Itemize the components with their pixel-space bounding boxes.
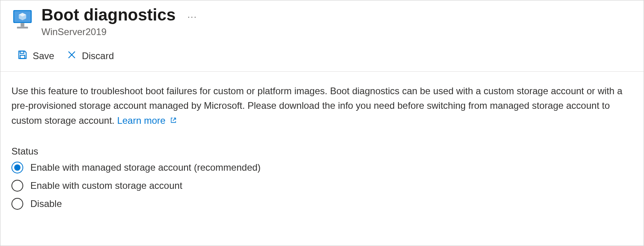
radio-indicator [11, 180, 23, 192]
radio-option-disable[interactable]: Disable [11, 198, 633, 210]
status-radio-group: Enable with managed storage account (rec… [11, 162, 633, 210]
learn-more-link[interactable]: Learn more [117, 115, 177, 126]
description-body: Use this feature to troubleshoot boot fa… [11, 86, 622, 125]
svg-line-10 [173, 118, 175, 121]
status-label: Status [11, 146, 633, 157]
save-button[interactable]: Save [17, 49, 54, 63]
svg-rect-4 [20, 23, 24, 26]
description-text: Use this feature to troubleshoot boot fa… [11, 84, 626, 128]
resource-name: WinServer2019 [41, 26, 197, 37]
boot-diagnostics-panel: Boot diagnostics ··· WinServer2019 Save [0, 0, 644, 246]
discard-label: Discard [82, 50, 114, 62]
radio-dot [14, 164, 20, 171]
radio-option-custom[interactable]: Enable with custom storage account [11, 180, 633, 192]
content-area: Use this feature to troubleshoot boot fa… [0, 72, 644, 210]
svg-rect-7 [20, 55, 25, 58]
command-bar: Save Discard [0, 37, 644, 72]
panel-header: Boot diagnostics ··· WinServer2019 [0, 0, 644, 37]
radio-label: Disable [30, 198, 62, 209]
learn-more-label: Learn more [117, 115, 166, 126]
more-actions-button[interactable]: ··· [188, 8, 197, 22]
external-link-icon [170, 117, 177, 124]
discard-button[interactable]: Discard [66, 49, 114, 63]
save-icon [17, 49, 28, 63]
radio-indicator [11, 198, 23, 210]
radio-option-managed[interactable]: Enable with managed storage account (rec… [11, 162, 633, 173]
radio-label: Enable with custom storage account [30, 180, 182, 191]
svg-rect-5 [17, 27, 28, 29]
vm-icon [11, 8, 34, 30]
close-icon [66, 49, 77, 63]
radio-label: Enable with managed storage account (rec… [30, 162, 261, 173]
svg-rect-6 [20, 51, 24, 54]
radio-indicator [11, 162, 23, 173]
page-title: Boot diagnostics [41, 6, 176, 24]
save-label: Save [33, 50, 54, 62]
